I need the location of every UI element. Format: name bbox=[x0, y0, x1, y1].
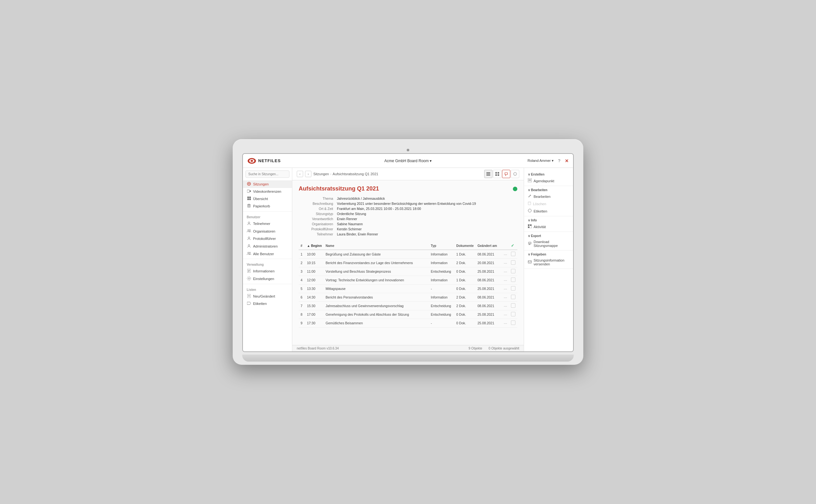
svg-point-19 bbox=[249, 230, 250, 231]
row-menu-button[interactable]: ··· bbox=[500, 250, 509, 259]
row-begin: 11:00 bbox=[305, 267, 324, 276]
table-row[interactable]: 4 12:00 Vortrag: Technische Entwicklunge… bbox=[299, 276, 517, 284]
list-view-button[interactable] bbox=[484, 170, 493, 178]
table-row[interactable]: 6 14:30 Bericht des Personalvorstandes I… bbox=[299, 293, 517, 302]
row-menu-button[interactable]: ··· bbox=[500, 259, 509, 267]
sidebar-item-sitzungen[interactable]: Sitzungen bbox=[243, 180, 292, 188]
user-menu[interactable]: Roland Ammer ▾ bbox=[528, 159, 554, 163]
help-button[interactable]: ? bbox=[557, 158, 562, 164]
rp-item-bearbeiten[interactable]: Bearbeiten bbox=[524, 193, 573, 200]
svg-rect-7 bbox=[247, 197, 249, 198]
table-row[interactable]: 2 10:15 Bericht des Finanzvorstandes zur… bbox=[299, 259, 517, 267]
sidebar-item-teilnehmer[interactable]: Teilnehmer bbox=[243, 220, 292, 227]
sidebar-item-label: Alle Benutzer bbox=[253, 252, 274, 256]
svg-rect-30 bbox=[247, 294, 250, 298]
sidebar-item-neu-geaendert[interactable]: Neu/Geändert bbox=[243, 292, 292, 300]
sidebar-item-videokonferenzen[interactable]: Videokonferenzen bbox=[243, 188, 292, 195]
row-docs: 0 Dok. bbox=[455, 319, 476, 328]
table-row[interactable]: 8 17:00 Genehmigung des Protokolls und A… bbox=[299, 310, 517, 319]
row-menu-button[interactable]: ··· bbox=[500, 302, 509, 310]
sidebar-item-einstellungen[interactable]: Einstellungen bbox=[243, 275, 292, 283]
col-type[interactable]: Typ bbox=[429, 242, 455, 250]
row-menu-button[interactable]: ··· bbox=[500, 267, 509, 276]
sidebar-item-protokollfuehrer[interactable]: Protokollführer bbox=[243, 235, 292, 242]
sidebar-item-informationen[interactable]: Informationen bbox=[243, 267, 292, 275]
rp-divider bbox=[524, 186, 573, 186]
version-label: netfiles Board Room v10.6.34 bbox=[297, 347, 339, 350]
svg-rect-13 bbox=[248, 204, 249, 205]
row-checkbox[interactable] bbox=[509, 302, 517, 310]
rp-item-icon bbox=[528, 260, 532, 265]
row-menu-button[interactable]: ··· bbox=[500, 293, 509, 302]
sidebar-divider-2 bbox=[243, 259, 292, 259]
sidebar-search-input[interactable] bbox=[245, 170, 289, 178]
row-checkbox[interactable] bbox=[509, 293, 517, 302]
row-menu-button[interactable]: ··· bbox=[500, 310, 509, 319]
rp-item-aktivität[interactable]: Aktivität bbox=[524, 223, 573, 230]
trash-icon bbox=[247, 204, 251, 208]
rp-item-icon bbox=[528, 241, 532, 246]
rp-item-agendapunkt[interactable]: Agendapunkt bbox=[524, 177, 573, 184]
close-button[interactable]: ✕ bbox=[565, 158, 569, 163]
annotation-view-button[interactable] bbox=[502, 170, 510, 178]
row-checkbox[interactable] bbox=[509, 267, 517, 276]
meta-row: Teilnehmer Laura Binder, Erwin Renner bbox=[299, 232, 517, 237]
row-changed: 08.06.2021 bbox=[476, 293, 500, 302]
row-checkbox[interactable] bbox=[509, 319, 517, 328]
col-docs[interactable]: Dokumente bbox=[455, 242, 476, 250]
topbar-title[interactable]: Acme GmbH Board Room ▾ bbox=[384, 159, 432, 163]
rp-item-download-sitzungsmappe[interactable]: Download Sitzungsmappe bbox=[524, 239, 573, 249]
row-checkbox[interactable] bbox=[509, 310, 517, 319]
sidebar-item-uebersicht[interactable]: Übersicht bbox=[243, 195, 292, 202]
col-begin[interactable]: ▲ Beginn bbox=[305, 242, 324, 250]
table-row[interactable]: 1 10:00 Begrüßung und Zulassung der Gäst… bbox=[299, 250, 517, 259]
svg-rect-9 bbox=[247, 198, 249, 200]
table-row[interactable]: 9 17:30 Gemütliches Beisammen - 0 Dok. 2… bbox=[299, 319, 517, 328]
table-row[interactable]: 5 13:30 Mittagspause - 0 Dok. 25.08.2021… bbox=[299, 284, 517, 293]
meta-label: Teilnehmer bbox=[299, 232, 337, 236]
row-type: Information bbox=[429, 276, 455, 284]
rp-section-export: ∨ ExportDownload Sitzungsmappe bbox=[524, 233, 573, 249]
row-begin: 14:30 bbox=[305, 293, 324, 302]
rp-section-title: ∨ Bearbeiten bbox=[524, 187, 573, 193]
sidebar-item-papierkorb[interactable]: Papierkorb bbox=[243, 202, 292, 210]
svg-point-2 bbox=[250, 160, 253, 162]
svg-rect-42 bbox=[528, 178, 532, 182]
sidebar-item-alle-benutzer[interactable]: Alle Benutzer bbox=[243, 250, 292, 257]
row-checkbox[interactable] bbox=[509, 259, 517, 267]
svg-point-48 bbox=[528, 209, 531, 212]
table-row[interactable]: 3 11:00 Vorstellung und Beschluss Strate… bbox=[299, 267, 517, 276]
forward-button[interactable]: › bbox=[305, 171, 311, 177]
row-checkbox[interactable] bbox=[509, 276, 517, 284]
breadcrumb-sitzungen[interactable]: Sitzungen bbox=[313, 172, 329, 176]
col-changed[interactable]: Geändert am bbox=[476, 242, 500, 250]
sidebar-item-label: Organisatoren bbox=[253, 229, 275, 233]
back-button[interactable]: ‹ bbox=[297, 171, 303, 177]
info-view-button[interactable]: i bbox=[511, 170, 519, 178]
svg-rect-10 bbox=[249, 198, 251, 200]
row-checkbox[interactable] bbox=[509, 250, 517, 259]
rp-divider bbox=[524, 269, 573, 269]
sidebar-item-administratoren[interactable]: Administratoren bbox=[243, 242, 292, 250]
sidebar-item-label: Protokollführer bbox=[253, 237, 276, 241]
row-menu-button[interactable]: ··· bbox=[500, 276, 509, 284]
sidebar-item-etiketten[interactable]: Etiketten bbox=[243, 300, 292, 307]
sidebar-item-organisatoren[interactable]: Organisatoren bbox=[243, 227, 292, 235]
row-type: - bbox=[429, 284, 455, 293]
rp-item-etiketten[interactable]: Etiketten bbox=[524, 207, 573, 215]
rp-item-label: Sitzungsinformation versenden bbox=[534, 258, 569, 266]
table-row[interactable]: 7 15:30 Jahresabschluss und Gewinnverwen… bbox=[299, 302, 517, 310]
row-menu-button[interactable]: ··· bbox=[500, 284, 509, 293]
row-menu-button[interactable]: ··· bbox=[500, 319, 509, 328]
svg-point-4 bbox=[248, 183, 249, 184]
rp-section-bearbeiten: ∨ BearbeitenBearbeitenLöschenEtiketten bbox=[524, 187, 573, 215]
col-num: # bbox=[299, 242, 305, 250]
rp-item-label: Aktivität bbox=[534, 225, 546, 229]
col-name[interactable]: Name bbox=[324, 242, 429, 250]
rp-item-label: Etiketten bbox=[534, 209, 547, 213]
grid-view-button[interactable] bbox=[493, 170, 502, 178]
svg-rect-5 bbox=[247, 190, 249, 192]
sidebar-item-label: Sitzungen bbox=[253, 182, 269, 186]
row-checkbox[interactable] bbox=[509, 284, 517, 293]
rp-item-sitzungsinformation-versenden[interactable]: Sitzungsinformation versenden bbox=[524, 257, 573, 267]
